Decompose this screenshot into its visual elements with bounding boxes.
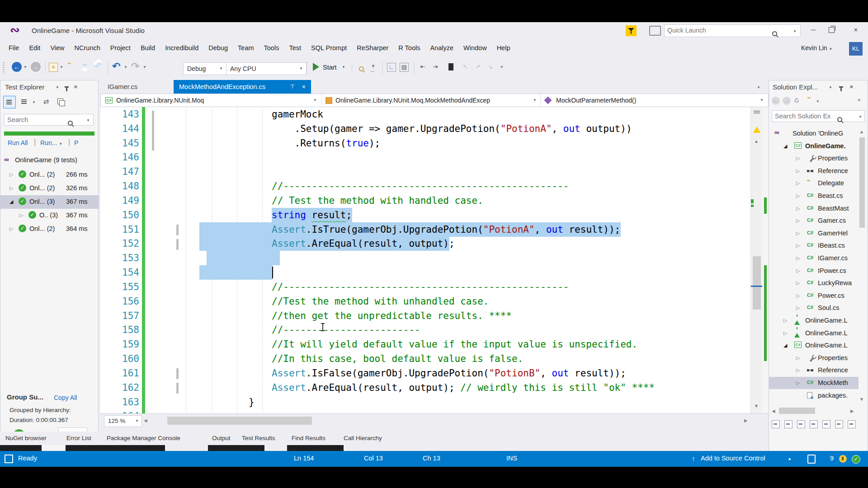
collapsed-arrow-icon[interactable]: ▷ (796, 293, 800, 299)
platform-combobox[interactable]: Any CPU ▼ (226, 62, 307, 75)
collapsed-arrow-icon[interactable]: ▷ (9, 185, 13, 191)
nav-project-dropdown[interactable]: C# OnlineGame.Library.NUnit.Moq ▼ (101, 94, 322, 107)
tab-mockmethodandexception[interactable]: MockMethodAndException.cs ⊤ × (174, 80, 311, 94)
redo-dropdown[interactable]: ▼ (143, 65, 146, 69)
hscroll-left-arrow[interactable]: ◀ (144, 418, 147, 423)
avatar[interactable]: KL (849, 42, 863, 56)
find-in-files-icon[interactable] (359, 66, 364, 71)
solution-tree-row[interactable]: ▷C#IBeast.cs (769, 239, 859, 252)
scroll-up-arrow[interactable]: ▲ (754, 139, 759, 144)
solution-tree-row[interactable]: ▷C#Soul.cs (769, 302, 859, 314)
group-dropdown[interactable]: ▼ (32, 100, 36, 104)
quick-launch-input[interactable] (665, 25, 783, 36)
navigate-forward-button[interactable]: → (31, 62, 41, 72)
solution-tree-row[interactable]: ▷C#BeastMast (769, 202, 859, 215)
test-row[interactable]: ◢✓Onl... (3)367 ms (0, 195, 99, 209)
navigate-back-button[interactable]: ← (12, 62, 22, 72)
expanded-arrow-icon[interactable]: ◢ (783, 143, 787, 149)
undo-button[interactable]: ↶ (112, 61, 120, 72)
solution-tree-row[interactable]: ▷Reference (769, 165, 859, 177)
menu-item-view[interactable]: View (45, 40, 69, 56)
pin-icon[interactable] (840, 88, 842, 91)
navigate-back-dropdown[interactable]: ▼ (24, 65, 27, 69)
toolbar-overflow-icon[interactable]: » (858, 97, 861, 103)
prev-bookmark-icon[interactable]: ↖ (461, 63, 469, 71)
run-menu-link[interactable]: Run... ▼ (40, 139, 62, 146)
run-all-link[interactable]: Run All (8, 139, 28, 146)
tree-hscroll-thumb[interactable] (779, 408, 815, 414)
bottom-tab-find-results[interactable]: Find Results (292, 432, 326, 445)
start-debug-icon[interactable] (313, 63, 319, 71)
playlist-link[interactable]: P (74, 139, 78, 146)
menu-item-team[interactable]: Team (233, 40, 259, 56)
expanded-arrow-icon[interactable]: ◢ (783, 343, 787, 348)
edit-icon[interactable] (784, 420, 793, 428)
bottom-tab-nuget-browser[interactable]: NuGet browser (5, 432, 47, 445)
solution-search-box[interactable]: ▼ (772, 110, 865, 122)
tree-scrollbar-thumb[interactable] (859, 137, 865, 228)
close-icon[interactable]: × (74, 83, 78, 90)
configuration-combobox[interactable]: Debug ▼ (183, 62, 226, 75)
collapsed-arrow-icon[interactable]: ▷ (19, 212, 23, 218)
solution-tree-row[interactable]: packages. (769, 389, 859, 402)
collapsed-arrow-icon[interactable]: ▷ (796, 243, 800, 249)
menu-item-resharper[interactable]: ReSharper (352, 40, 393, 56)
solution-tree-row[interactable]: ▷OnlineGame.L (769, 327, 859, 339)
collapsed-arrow-icon[interactable]: ▷ (796, 206, 800, 211)
tree-hscroll-left[interactable]: ◀ (772, 408, 775, 413)
find-options-icon[interactable]: ▼─ (371, 63, 376, 74)
splitter-grip[interactable] (754, 111, 760, 112)
copy-all-link[interactable]: Copy All (54, 394, 77, 401)
menu-item-r-tools[interactable]: R Tools (393, 40, 425, 56)
menu-item-window[interactable]: Window (458, 40, 492, 56)
menu-item-file[interactable]: File (4, 40, 24, 56)
collapsed-arrow-icon[interactable]: ▷ (796, 193, 800, 199)
collapsed-arrow-icon[interactable]: ▷ (796, 168, 800, 174)
solution-tree-row[interactable]: ▷Delegate (769, 177, 859, 189)
collapsed-arrow-icon[interactable]: ▷ (796, 155, 800, 161)
bottom-tab-test-results[interactable]: Test Results (242, 432, 275, 445)
chevron-down-icon[interactable]: ▼ (793, 29, 797, 33)
chevron-down-icon[interactable]: ▼ (86, 118, 90, 122)
hscroll-thumb[interactable] (167, 417, 312, 425)
menu-item-edit[interactable]: Edit (24, 40, 45, 56)
collapsed-arrow-icon[interactable]: ▷ (783, 330, 787, 336)
test-search-box[interactable]: ▼ (4, 114, 94, 126)
tab-igamer[interactable]: IGamer.cs (102, 80, 143, 94)
code-editor[interactable]: 143gamerMock144 .Setup(gamer => gamer.Up… (100, 107, 750, 413)
restore-button[interactable] (829, 27, 835, 33)
clear-bookmarks-icon[interactable]: ↘ (486, 63, 495, 71)
collapsed-arrow-icon[interactable]: ▷ (796, 255, 800, 261)
editor-vertical-scrollbar[interactable]: ▲ ▼ (750, 107, 763, 413)
tree-scroll-up[interactable]: ▲ (859, 129, 864, 134)
group-by-secondary-button[interactable] (19, 96, 30, 108)
package-icon[interactable] (822, 420, 830, 428)
bottom-tab-output[interactable]: Output (212, 432, 231, 445)
warning-icon[interactable] (753, 119, 760, 133)
wrench-mini-icon[interactable] (797, 420, 805, 428)
add-to-source-control-button[interactable]: Add to Source Control (701, 455, 765, 462)
background-tasks-icon[interactable] (5, 455, 13, 463)
expanded-arrow-icon[interactable]: ◢ (9, 199, 13, 205)
scrollbar-thumb[interactable] (753, 256, 761, 310)
layers-icon[interactable] (55, 96, 66, 108)
collapsed-arrow-icon[interactable]: ▷ (9, 172, 13, 178)
hscroll-right-arrow[interactable]: ▶ (744, 418, 748, 423)
menu-item-project[interactable]: Project (105, 40, 136, 56)
menu-item-incredibuild[interactable]: Incredibuild (160, 40, 203, 56)
solution-tree-row[interactable]: ▷C#IPower.cs (769, 265, 859, 277)
redo-button[interactable]: ↷ (131, 61, 139, 72)
menu-item-analyze[interactable]: Analyze (425, 40, 458, 56)
solution-search-input[interactable] (772, 111, 846, 122)
solution-tree-row[interactable]: ∞Solution 'OnlineG (769, 127, 859, 140)
solution-tree-row[interactable]: ◢C#OnlineGame. (769, 140, 859, 152)
tab-list-dropdown[interactable]: ▼ (757, 85, 760, 89)
test-search-input[interactable] (5, 114, 78, 125)
scroll-down-arrow[interactable]: ▼ (754, 404, 759, 408)
pin-icon[interactable] (66, 88, 67, 91)
quick-launch-box[interactable]: ▼ (664, 24, 801, 37)
test-row[interactable]: ▷✓Onl... (2)364 ms (0, 222, 99, 236)
source-control-dropdown[interactable]: ▲ (788, 456, 792, 461)
menu-item-tools[interactable]: Tools (259, 40, 284, 56)
tree-scroll-down[interactable]: ▼ (859, 397, 864, 402)
